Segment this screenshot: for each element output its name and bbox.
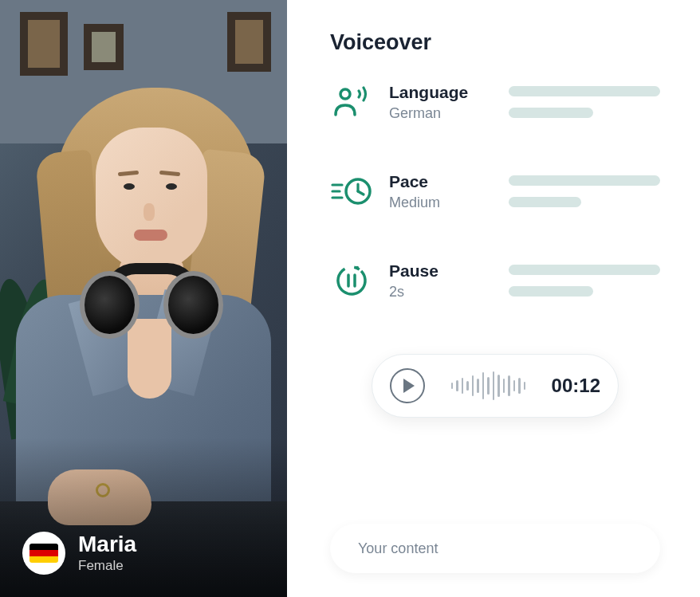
pause-value: 2s	[389, 284, 493, 300]
pause-circle-icon	[330, 259, 373, 302]
language-setting[interactable]: Language German	[330, 81, 660, 124]
language-value: German	[389, 105, 493, 122]
pause-setting[interactable]: Pause 2s	[330, 259, 660, 302]
voice-gender: Female	[78, 558, 136, 574]
audio-player: 00:12	[372, 354, 619, 418]
pace-value: Medium	[389, 194, 493, 211]
content-input-placeholder: Your content	[358, 540, 438, 557]
svg-point-0	[340, 89, 350, 99]
waveform-display[interactable]	[439, 370, 537, 402]
clock-speed-icon	[330, 170, 373, 213]
speaking-person-icon	[330, 81, 373, 124]
play-button[interactable]	[390, 368, 425, 403]
germany-flag-icon	[22, 532, 65, 575]
panel-title: Voiceover	[330, 30, 660, 55]
player-time: 00:12	[552, 375, 600, 397]
svg-point-7	[334, 263, 369, 298]
skeleton-placeholder	[509, 175, 660, 207]
voiceover-settings-panel: Voiceover Language German	[287, 0, 700, 597]
skeleton-placeholder	[509, 265, 660, 297]
play-icon	[403, 379, 415, 393]
pause-label: Pause	[389, 261, 493, 281]
voice-profile-panel: Maria Female	[0, 0, 287, 597]
content-input[interactable]: Your content	[330, 524, 660, 573]
svg-point-8	[356, 266, 359, 269]
language-label: Language	[389, 82, 493, 102]
pace-label: Pace	[389, 171, 493, 191]
svg-line-3	[358, 191, 364, 194]
skeleton-placeholder	[509, 86, 660, 118]
pace-setting[interactable]: Pace Medium	[330, 170, 660, 213]
voice-avatar-photo	[0, 0, 287, 597]
voice-name: Maria	[78, 532, 136, 557]
